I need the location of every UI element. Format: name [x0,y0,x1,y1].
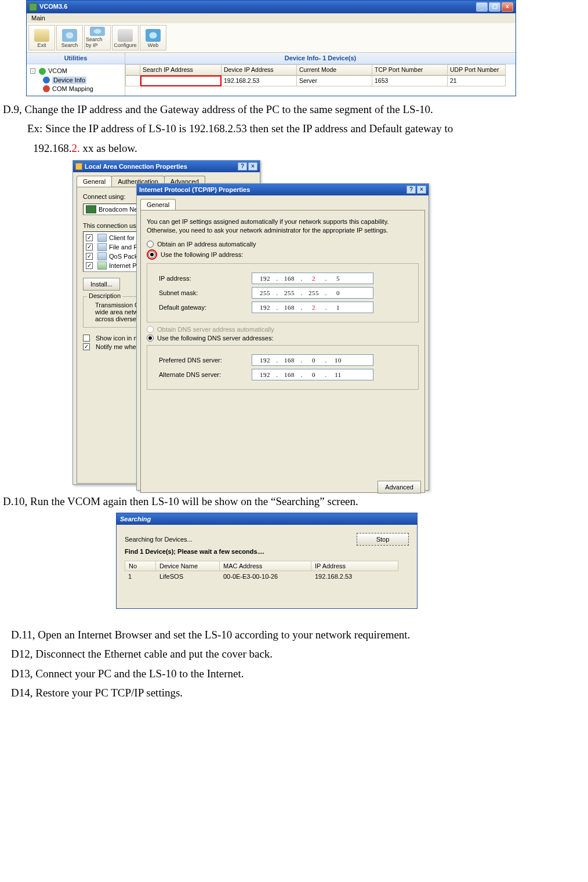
configure-icon [118,29,133,42]
tree-com-mapping[interactable]: COM Mapping [30,85,121,93]
minimize-button[interactable]: _ [476,2,488,12]
searching-message: Searching for Devices... [125,536,193,543]
radio-use-dns[interactable] [147,335,154,342]
toolbar: Exit Search Search by IP Configure Web [27,23,516,53]
radio-obtain-ip[interactable] [147,241,154,248]
searching-dialog: Searching Searching for Devices... Stop … [116,513,418,609]
tab-general[interactable]: General [77,176,112,187]
cell-device-ip: 192.168.2.53 [222,75,297,86]
lan-dialogs: Local Area Connection Properties?× Gener… [72,160,432,491]
help-button[interactable]: ? [238,162,247,170]
checkbox[interactable] [86,234,93,241]
checkbox[interactable] [86,253,93,260]
highlight-ring [147,249,157,260]
alternate-dns-label: Alternate DNS server: [159,371,252,378]
tcpip-properties-dialog: Internet Protocol (TCP/IP) Properties?× … [136,183,429,491]
toolbar-search-label: Search [61,42,78,49]
globe-icon [43,77,50,84]
description-header: Description [87,292,122,299]
found-message: Find 1 Device(s); Please wait a few seco… [125,548,409,555]
subnet-mask-input[interactable]: 255.255.255.0 [252,287,373,299]
close-button[interactable]: × [502,2,513,12]
toolbar-exit[interactable]: Exit [28,25,55,50]
cell-device-name: LifeSOS [156,571,220,582]
col-tcp-port[interactable]: TCP Port Number [372,64,448,75]
cell-mac: 00-0E-E3-00-10-26 [220,571,311,582]
lan-title: Local Area Connection Properties [85,163,187,170]
radio-obtain-ip-label: Obtain an IP address automatically [157,241,256,248]
tree-root-label: VCOM [48,67,67,75]
utilities-header: Utilities [27,53,125,64]
radio-use-dns-label: Use the following DNS server addresses: [157,335,274,342]
preferred-dns-label: Preferred DNS server: [159,357,252,364]
app-icon [29,3,37,11]
app-icon [75,163,82,170]
menu-main[interactable]: Main [31,14,45,21]
nic-icon [86,205,96,213]
check-icon [39,68,46,75]
help-button[interactable]: ? [406,186,416,194]
search-icon [62,29,77,42]
radio-use-ip-label: Use the following IP address: [161,251,243,258]
toolbar-web[interactable]: Web [140,25,166,50]
toolbar-cfg-label: Configure [114,42,136,49]
vcom-titlebar: VCOM3.6 _ ☐ × [27,1,516,13]
close-button[interactable]: × [417,186,426,194]
component-icon [97,243,107,251]
radio-use-ip[interactable] [148,251,155,258]
radio-obtain-dns [147,326,154,333]
tcpip-blurb: You can get IP settings assigned automat… [147,217,419,235]
tcpip-title: Internet Protocol (TCP/IP) Properties [139,186,250,193]
d9-line3: 192.168.2. xx as below. [3,140,585,157]
toolbar-configure[interactable]: Configure [112,25,139,50]
alternate-dns-input[interactable]: 192.168.0.11 [252,369,373,380]
ip-address-input[interactable]: 192.168.2.5 [252,273,373,284]
port-icon [43,85,50,92]
preferred-dns-input[interactable]: 192.168.0.10 [252,354,373,366]
install-button[interactable]: Install... [83,278,120,291]
window-title: VCOM3.6 [39,3,474,10]
tree-device-info-label: Device Info [52,77,86,84]
menubar: Main [27,13,516,23]
checkbox[interactable] [86,262,93,269]
stop-button[interactable]: Stop [357,533,409,546]
tree-device-info[interactable]: Device Info [30,76,121,85]
col-search-ip[interactable]: Search IP Address [140,64,222,75]
close-button[interactable]: × [248,162,257,170]
web-icon [146,29,161,42]
maximize-button[interactable]: ☐ [489,2,500,12]
d14-line: D14, Restore your PC TCP/IP settings. [3,684,585,701]
cell-search-ip [140,75,222,86]
table-row[interactable]: 1 LifeSOS 00-0E-E3-00-10-26 192.168.2.53 [125,571,409,582]
tree-root[interactable]: -VCOM [30,67,121,75]
col-udp-port[interactable]: UDP Port Number [448,64,506,75]
d9-line2: Ex: Since the IP address of LS-10 is 192… [3,120,585,137]
tree-com-mapping-label: COM Mapping [52,85,93,93]
grid-row[interactable]: 192.168.2.53 Server 1653 21 [125,75,516,86]
checkbox[interactable] [86,244,93,251]
d12-line: D12, Disconnect the Ethernet cable and p… [3,645,585,662]
default-gateway-input[interactable]: 192.168.2.1 [252,302,373,313]
d11-line: D.11, Open an Internet Browser and set t… [3,626,585,643]
search-results-table: No Device Name MAC Address IP Address 1 … [125,561,409,582]
advanced-button[interactable]: Advanced [378,481,421,493]
tree: -VCOM Device Info COM Mapping [27,64,125,96]
component-icon [97,262,107,270]
default-gateway-label: Default gateway: [159,304,252,311]
toolbar-search-by-ip[interactable]: Search by IP [84,25,111,50]
col-ip-address[interactable]: IP Address [311,561,398,571]
tab-general[interactable]: General [140,199,176,210]
ip-address-label: IP address: [159,275,252,282]
subnet-mask-label: Subnet mask: [159,289,252,296]
col-mac-address[interactable]: MAC Address [220,561,311,571]
toolbar-search[interactable]: Search [56,25,83,50]
search-ip-icon [90,27,105,35]
col-device-name[interactable]: Device Name [156,561,220,571]
col-device-ip[interactable]: Device IP Address [222,64,297,75]
show-icon-checkbox[interactable] [83,335,90,342]
col-no[interactable]: No [125,561,156,571]
notify-checkbox[interactable] [83,343,90,350]
cell-tcp-port: 1653 [372,75,448,86]
col-current-mode[interactable]: Current Mode [297,64,372,75]
toolbar-sip-label: Search by IP [86,37,109,49]
